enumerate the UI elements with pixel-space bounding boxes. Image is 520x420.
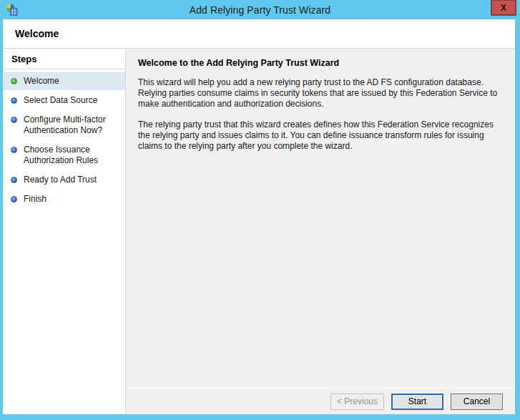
step-label: Ready to Add Trust: [24, 175, 121, 185]
details-paragraph: The relying party trust that this wizard…: [138, 119, 502, 152]
dialog-body: Steps Welcome Select Data Source Configu…: [3, 49, 515, 414]
step-label: Finish: [24, 194, 121, 205]
active-step-dot-icon: [11, 78, 17, 84]
step-label: Configure Multi-factor Authentication No…: [24, 114, 121, 136]
step-item-welcome[interactable]: Welcome: [3, 72, 125, 90]
titlebar[interactable]: Add Relying Party Trust Wizard X: [0, 0, 520, 19]
main-panel: Welcome to the Add Relying Party Trust W…: [126, 49, 515, 414]
dialog-frame: Welcome Steps Welcome Select Data Source: [3, 19, 515, 414]
step-item-choose-issuance-rules[interactable]: Choose Issuance Authorization Rules: [3, 141, 125, 170]
content-area: Welcome to the Add Relying Party Trust W…: [126, 49, 515, 388]
step-label: Select Data Source: [24, 95, 121, 106]
page-header: Welcome: [3, 19, 515, 49]
content-heading: Welcome to the Add Relying Party Trust W…: [138, 58, 502, 68]
steps-sidebar: Steps Welcome Select Data Source Configu…: [3, 49, 126, 414]
button-bar: < Previous Start Cancel: [126, 388, 515, 414]
start-button[interactable]: Start: [391, 394, 443, 410]
pending-step-dot-icon: [11, 196, 17, 202]
pending-step-dot-icon: [11, 117, 17, 123]
step-item-configure-mfa[interactable]: Configure Multi-factor Authentication No…: [3, 111, 125, 140]
step-item-ready-to-add-trust[interactable]: Ready to Add Trust: [3, 171, 125, 189]
wizard-window: Add Relying Party Trust Wizard X Welcome…: [0, 0, 520, 420]
close-button[interactable]: X: [491, 0, 516, 16]
window-title: Add Relying Party Trust Wizard: [0, 4, 520, 16]
step-label: Welcome: [24, 76, 121, 87]
pending-step-dot-icon: [11, 97, 17, 104]
adfs-wizard-icon: [6, 4, 18, 16]
intro-paragraph: This wizard will help you add a new rely…: [138, 77, 502, 109]
previous-button[interactable]: < Previous: [330, 394, 384, 410]
step-item-select-data-source[interactable]: Select Data Source: [3, 92, 125, 109]
step-label: Choose Issuance Authorization Rules: [24, 145, 121, 166]
steps-panel-title: Steps: [3, 49, 125, 69]
steps-list: Welcome Select Data Source Configure Mul…: [3, 69, 125, 210]
pending-step-dot-icon: [11, 147, 17, 153]
cancel-button[interactable]: Cancel: [451, 394, 503, 410]
step-item-finish[interactable]: Finish: [3, 190, 125, 208]
pending-step-dot-icon: [11, 177, 17, 183]
page-title: Welcome: [15, 28, 59, 39]
